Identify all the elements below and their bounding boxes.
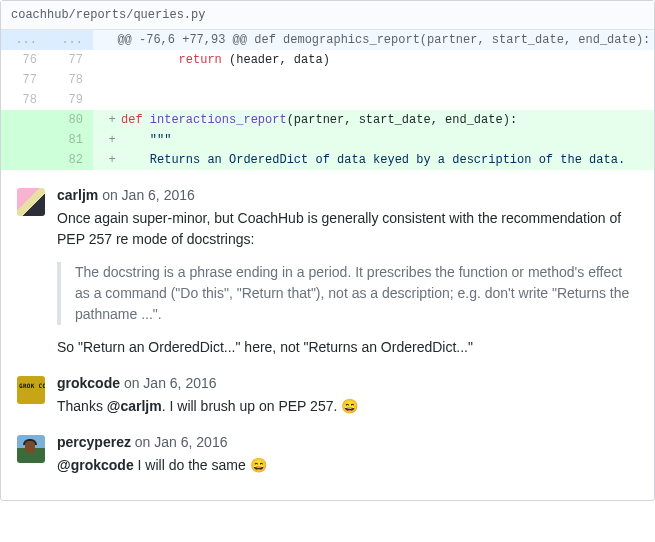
comment-header: percyperez on Jan 6, 2016 [57,433,638,451]
avatar[interactable] [17,376,45,404]
line-number-old: 77 [1,70,47,90]
code-text: (header, data) [222,53,330,67]
comment-time[interactable]: on Jan 6, 2016 [102,187,195,203]
code-line: +def interactions_report(partner, start_… [93,110,654,130]
file-path[interactable]: coachhub/reports/queries.py [1,1,654,30]
line-number-new: 82 [47,150,93,170]
line-number-new: 78 [47,70,93,90]
keyword: return [179,53,222,67]
comment-header: grokcode on Jan 6, 2016 [57,374,638,392]
line-number-old: ... [1,30,47,50]
mention[interactable]: @grokcode [57,457,134,473]
diff-line-added: 80 +def interactions_report(partner, sta… [1,110,654,130]
text: Thanks [57,398,107,414]
comment-author[interactable]: grokcode [57,375,120,391]
mention[interactable]: @carljm [107,398,162,414]
line-number-new: ... [47,30,93,50]
comment-paragraph: So "Return an OrderedDict..." here, not … [57,337,638,358]
comment-header: carljm on Jan 6, 2016 [57,186,638,204]
line-number-old [1,130,47,150]
keyword: def [121,113,143,127]
function-name: interactions_report [150,113,287,127]
line-number-old [1,110,47,130]
review-comment: carljm on Jan 6, 2016 Once again super-m… [1,178,654,366]
diff-line: 77 78 [1,70,654,90]
comment-paragraph: Once again super-minor, but CoachHub is … [57,208,638,250]
review-comments: carljm on Jan 6, 2016 Once again super-m… [1,170,654,500]
line-number-old: 78 [1,90,47,110]
space [143,113,150,127]
comment-time[interactable]: on Jan 6, 2016 [124,375,217,391]
line-number-new: 77 [47,50,93,70]
comment-author[interactable]: carljm [57,187,98,203]
hunk-header: @@ -76,6 +77,93 @@ def demographics_repo… [93,30,654,50]
line-number-old [1,150,47,170]
code-line: + """ [93,130,654,150]
comment-paragraph: @grokcode I will do the same 😄 [57,455,638,476]
add-sign: + [103,150,121,170]
review-comment: percyperez on Jan 6, 2016 @grokcode I wi… [1,425,654,484]
code-line: return (header, data) [93,50,654,70]
avatar[interactable] [17,435,45,463]
quote-text: The docstring is a phrase ending in a pe… [75,262,638,325]
review-comment: grokcode on Jan 6, 2016 Thanks @carljm. … [1,366,654,425]
hunk-header-row: ... ... @@ -76,6 +77,93 @@ def demograph… [1,30,654,50]
line-number-old: 76 [1,50,47,70]
string-text: """ [121,133,171,147]
diff-table: ... ... @@ -76,6 +77,93 @@ def demograph… [1,30,654,170]
diff-file: coachhub/reports/queries.py ... ... @@ -… [0,0,655,501]
code-line [93,90,654,110]
code-text: (partner, start_date, end_date): [287,113,517,127]
diff-line: 78 79 [1,90,654,110]
comment-time[interactable]: on Jan 6, 2016 [135,434,228,450]
blockquote: The docstring is a phrase ending in a pe… [57,262,638,325]
text: . I will brush up on PEP 257. 😄 [162,398,359,414]
string-text: Returns an OrderedDict of data keyed by … [121,153,625,167]
comment-text: @grokcode I will do the same 😄 [57,455,638,476]
text: I will do the same 😄 [134,457,267,473]
comment-body: grokcode on Jan 6, 2016 Thanks @carljm. … [57,374,638,421]
diff-line: 76 77 return (header, data) [1,50,654,70]
comment-body: percyperez on Jan 6, 2016 @grokcode I wi… [57,433,638,480]
diff-line-added: 82 + Returns an OrderedDict of data keye… [1,150,654,170]
line-number-new: 80 [47,110,93,130]
comment-body: carljm on Jan 6, 2016 Once again super-m… [57,186,638,362]
code-line: + Returns an OrderedDict of data keyed b… [93,150,654,170]
code-line [93,70,654,90]
comment-text: Once again super-minor, but CoachHub is … [57,208,638,358]
comment-text: Thanks @carljm. I will brush up on PEP 2… [57,396,638,417]
code-indent [121,53,179,67]
avatar[interactable] [17,188,45,216]
add-sign: + [103,110,121,130]
line-number-new: 81 [47,130,93,150]
comment-paragraph: Thanks @carljm. I will brush up on PEP 2… [57,396,638,417]
add-sign: + [103,130,121,150]
diff-line-added: 81 + """ [1,130,654,150]
line-number-new: 79 [47,90,93,110]
comment-author[interactable]: percyperez [57,434,131,450]
